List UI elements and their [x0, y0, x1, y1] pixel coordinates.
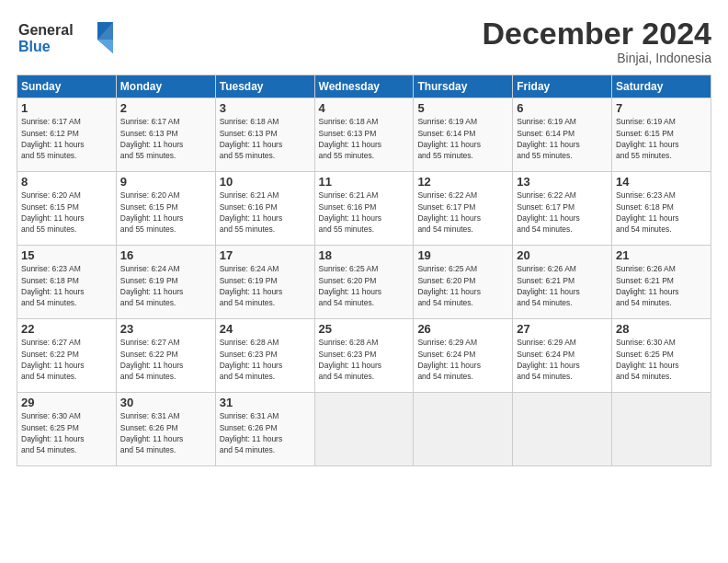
day-info: Sunrise: 6:21 AM Sunset: 6:16 PM Dayligh…: [319, 190, 410, 235]
day-number: 13: [517, 175, 608, 189]
calendar-cell: 2Sunrise: 6:17 AM Sunset: 6:13 PM Daylig…: [116, 98, 215, 172]
day-number: 21: [616, 248, 707, 262]
day-info: Sunrise: 6:23 AM Sunset: 6:18 PM Dayligh…: [616, 190, 707, 235]
logo: General Blue: [17, 17, 118, 61]
day-info: Sunrise: 6:17 AM Sunset: 6:13 PM Dayligh…: [120, 116, 211, 161]
day-number: 9: [120, 175, 211, 189]
day-info: Sunrise: 6:20 AM Sunset: 6:15 PM Dayligh…: [21, 190, 112, 235]
day-number: 27: [517, 322, 608, 336]
svg-text:General: General: [18, 22, 74, 38]
day-info: Sunrise: 6:25 AM Sunset: 6:20 PM Dayligh…: [417, 263, 508, 308]
header-cell-monday: Monday: [116, 75, 215, 98]
day-info: Sunrise: 6:19 AM Sunset: 6:14 PM Dayligh…: [517, 116, 608, 161]
svg-text:Blue: Blue: [18, 39, 51, 54]
calendar-cell: 21Sunrise: 6:26 AM Sunset: 6:21 PM Dayli…: [612, 246, 711, 319]
day-number: 11: [319, 175, 410, 189]
calendar-cell: 4Sunrise: 6:18 AM Sunset: 6:13 PM Daylig…: [314, 98, 414, 172]
calendar-cell: 17Sunrise: 6:24 AM Sunset: 6:19 PM Dayli…: [215, 246, 314, 319]
calendar-cell: 11Sunrise: 6:21 AM Sunset: 6:16 PM Dayli…: [314, 172, 414, 246]
calendar-cell: 27Sunrise: 6:29 AM Sunset: 6:24 PM Dayli…: [513, 319, 612, 393]
day-number: 24: [220, 322, 311, 336]
day-number: 8: [21, 175, 112, 189]
day-info: Sunrise: 6:29 AM Sunset: 6:24 PM Dayligh…: [417, 337, 508, 382]
header-cell-thursday: Thursday: [414, 75, 513, 98]
day-info: Sunrise: 6:27 AM Sunset: 6:22 PM Dayligh…: [21, 337, 112, 382]
svg-marker-4: [97, 40, 113, 53]
calendar-cell: [612, 393, 711, 466]
header-cell-saturday: Saturday: [612, 75, 711, 98]
day-number: 3: [220, 101, 311, 115]
calendar-cell: 20Sunrise: 6:26 AM Sunset: 6:21 PM Dayli…: [513, 246, 612, 319]
calendar-cell: [513, 393, 612, 466]
day-number: 26: [417, 322, 508, 336]
day-number: 22: [21, 322, 112, 336]
day-number: 10: [220, 175, 311, 189]
header-cell-sunday: Sunday: [17, 75, 117, 98]
calendar-cell: 5Sunrise: 6:19 AM Sunset: 6:14 PM Daylig…: [414, 98, 513, 172]
calendar-cell: 28Sunrise: 6:30 AM Sunset: 6:25 PM Dayli…: [612, 319, 711, 393]
calendar-cell: 13Sunrise: 6:22 AM Sunset: 6:17 PM Dayli…: [513, 172, 612, 246]
day-info: Sunrise: 6:26 AM Sunset: 6:21 PM Dayligh…: [616, 263, 707, 308]
day-info: Sunrise: 6:22 AM Sunset: 6:17 PM Dayligh…: [517, 190, 608, 235]
calendar-cell: 12Sunrise: 6:22 AM Sunset: 6:17 PM Dayli…: [414, 172, 513, 246]
day-number: 20: [517, 248, 608, 262]
day-info: Sunrise: 6:20 AM Sunset: 6:15 PM Dayligh…: [120, 190, 211, 235]
logo-svg: General Blue: [17, 17, 118, 57]
day-info: Sunrise: 6:30 AM Sunset: 6:25 PM Dayligh…: [616, 337, 707, 382]
day-number: 2: [120, 101, 211, 115]
day-info: Sunrise: 6:22 AM Sunset: 6:17 PM Dayligh…: [417, 190, 508, 235]
calendar-cell: 22Sunrise: 6:27 AM Sunset: 6:22 PM Dayli…: [17, 319, 117, 393]
day-info: Sunrise: 6:24 AM Sunset: 6:19 PM Dayligh…: [120, 263, 211, 308]
calendar-cell: 10Sunrise: 6:21 AM Sunset: 6:16 PM Dayli…: [215, 172, 314, 246]
day-info: Sunrise: 6:18 AM Sunset: 6:13 PM Dayligh…: [319, 116, 410, 161]
day-info: Sunrise: 6:25 AM Sunset: 6:20 PM Dayligh…: [319, 263, 410, 308]
day-number: 6: [517, 101, 608, 115]
calendar-week-5: 29Sunrise: 6:30 AM Sunset: 6:25 PM Dayli…: [17, 393, 711, 466]
month-title: December 2024: [482, 17, 711, 51]
calendar-cell: 16Sunrise: 6:24 AM Sunset: 6:19 PM Dayli…: [116, 246, 215, 319]
day-number: 18: [319, 248, 410, 262]
day-info: Sunrise: 6:28 AM Sunset: 6:23 PM Dayligh…: [220, 337, 311, 382]
header: General Blue December 2024 Binjai, Indon…: [17, 17, 711, 65]
calendar-cell: 1Sunrise: 6:17 AM Sunset: 6:12 PM Daylig…: [17, 98, 117, 172]
day-info: Sunrise: 6:17 AM Sunset: 6:12 PM Dayligh…: [21, 116, 112, 161]
day-info: Sunrise: 6:23 AM Sunset: 6:18 PM Dayligh…: [21, 263, 112, 308]
calendar-cell: 9Sunrise: 6:20 AM Sunset: 6:15 PM Daylig…: [116, 172, 215, 246]
calendar-cell: 15Sunrise: 6:23 AM Sunset: 6:18 PM Dayli…: [17, 246, 117, 319]
calendar-week-2: 8Sunrise: 6:20 AM Sunset: 6:15 PM Daylig…: [17, 172, 711, 246]
calendar-cell: 18Sunrise: 6:25 AM Sunset: 6:20 PM Dayli…: [314, 246, 414, 319]
calendar-week-3: 15Sunrise: 6:23 AM Sunset: 6:18 PM Dayli…: [17, 246, 711, 319]
calendar-cell: 29Sunrise: 6:30 AM Sunset: 6:25 PM Dayli…: [17, 393, 117, 466]
day-info: Sunrise: 6:26 AM Sunset: 6:21 PM Dayligh…: [517, 263, 608, 308]
calendar-cell: 14Sunrise: 6:23 AM Sunset: 6:18 PM Dayli…: [612, 172, 711, 246]
header-row: SundayMondayTuesdayWednesdayThursdayFrid…: [17, 75, 711, 98]
day-info: Sunrise: 6:24 AM Sunset: 6:19 PM Dayligh…: [220, 263, 311, 308]
calendar-cell: 3Sunrise: 6:18 AM Sunset: 6:13 PM Daylig…: [215, 98, 314, 172]
calendar-cell: 31Sunrise: 6:31 AM Sunset: 6:26 PM Dayli…: [215, 393, 314, 466]
day-number: 7: [616, 101, 707, 115]
day-info: Sunrise: 6:31 AM Sunset: 6:26 PM Dayligh…: [120, 410, 211, 455]
location: Binjai, Indonesia: [482, 51, 711, 65]
day-number: 4: [319, 101, 410, 115]
calendar-cell: [414, 393, 513, 466]
calendar-cell: 19Sunrise: 6:25 AM Sunset: 6:20 PM Dayli…: [414, 246, 513, 319]
day-number: 5: [417, 101, 508, 115]
day-info: Sunrise: 6:27 AM Sunset: 6:22 PM Dayligh…: [120, 337, 211, 382]
calendar-week-1: 1Sunrise: 6:17 AM Sunset: 6:12 PM Daylig…: [17, 98, 711, 172]
day-info: Sunrise: 6:28 AM Sunset: 6:23 PM Dayligh…: [319, 337, 410, 382]
calendar-cell: 7Sunrise: 6:19 AM Sunset: 6:15 PM Daylig…: [612, 98, 711, 172]
header-cell-friday: Friday: [513, 75, 612, 98]
calendar-cell: 23Sunrise: 6:27 AM Sunset: 6:22 PM Dayli…: [116, 319, 215, 393]
calendar-cell: 24Sunrise: 6:28 AM Sunset: 6:23 PM Dayli…: [215, 319, 314, 393]
calendar-cell: [314, 393, 414, 466]
day-number: 23: [120, 322, 211, 336]
day-info: Sunrise: 6:31 AM Sunset: 6:26 PM Dayligh…: [220, 410, 311, 455]
day-info: Sunrise: 6:30 AM Sunset: 6:25 PM Dayligh…: [21, 410, 112, 455]
day-info: Sunrise: 6:19 AM Sunset: 6:14 PM Dayligh…: [417, 116, 508, 161]
calendar-table: SundayMondayTuesdayWednesdayThursdayFrid…: [17, 75, 711, 466]
title-block: December 2024 Binjai, Indonesia: [482, 17, 711, 65]
day-number: 17: [220, 248, 311, 262]
calendar-cell: 8Sunrise: 6:20 AM Sunset: 6:15 PM Daylig…: [17, 172, 117, 246]
day-number: 16: [120, 248, 211, 262]
day-number: 25: [319, 322, 410, 336]
